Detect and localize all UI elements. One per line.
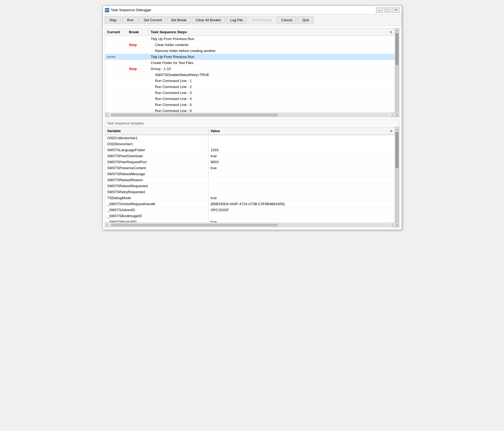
var-name: SMSTSRebootMessage <box>105 171 209 177</box>
cell-break <box>127 92 149 93</box>
cell-steps: Tidy Up From Previous Run <box>149 36 395 41</box>
hscroll-track[interactable] <box>111 113 389 117</box>
table-row: Run Command Line - 2 <box>105 84 395 90</box>
value-sort-icon: ∧ <box>390 129 393 133</box>
var-hscroll-track[interactable] <box>111 223 389 227</box>
sequence-vscrollbar[interactable]: ∧ ∨ <box>395 28 399 117</box>
var-value <box>209 174 395 175</box>
cell-steps: Clean folder contents <box>149 42 395 47</box>
variables-table-main: Variable Value ∧ OSDCollectionVar1 OSDDe… <box>105 127 395 227</box>
var-value <box>209 180 395 181</box>
clear-all-breaks-button[interactable]: Clear All Breaks <box>192 17 225 23</box>
table-row: Stop Clean folder contents <box>105 42 395 48</box>
var-name: _SMSTSAdvertID <box>105 207 209 213</box>
cell-steps: Group - 1-10 <box>149 66 395 71</box>
vscroll-down-arrow[interactable]: ∨ <box>395 113 399 117</box>
var-value <box>209 192 395 193</box>
sequence-table-wrapper: Current Break Task Sequence Steps ∧ Tidy… <box>105 28 399 117</box>
cell-break: Stop <box>127 66 149 71</box>
cell-steps: Run Command Line - 1 <box>149 78 395 83</box>
var-name: SMSTSPeerRequestPort <box>105 159 209 165</box>
sequence-table-body[interactable]: Tidy Up From Previous Run Stop Clean fol… <box>105 36 395 112</box>
hscroll-thumb <box>111 114 278 116</box>
var-name: TSDebugMode <box>105 195 209 201</box>
cell-break <box>127 98 149 99</box>
cmd-prompt-button[interactable]: Cmd Prompt <box>248 17 276 23</box>
hscroll-right-arrow[interactable]: › <box>390 113 395 117</box>
var-vscroll-up-arrow[interactable]: ∧ <box>395 127 399 132</box>
minimize-button[interactable]: — <box>376 7 383 13</box>
quit-button[interactable]: Quit <box>297 17 314 23</box>
var-value: true <box>209 195 395 201</box>
var-hscroll-left-arrow[interactable]: ‹ <box>105 223 109 227</box>
var-name: _SMSTSBootImageID <box>105 213 209 218</box>
var-vscroll-down-arrow[interactable]: ∨ <box>395 223 399 227</box>
cell-current <box>105 86 127 87</box>
var-value <box>209 216 395 217</box>
cell-current <box>105 80 127 81</box>
cell-current <box>105 62 127 63</box>
main-window: TS Task Sequence Debugger — □ ✕ Step Run… <box>102 5 402 230</box>
list-item: _SMSTSBootUEFI true <box>105 219 395 222</box>
maximize-button[interactable]: □ <box>384 7 391 13</box>
var-header-value: Value ∧ <box>209 128 395 133</box>
app-icon: TS <box>105 8 109 12</box>
vscroll-up-arrow[interactable]: ∧ <box>395 28 399 33</box>
cell-current: ==>> <box>105 54 127 59</box>
cell-break <box>127 86 149 87</box>
cell-steps: Run Command Line - 2 <box>149 84 395 89</box>
list-item: OSDCollectionVar1 <box>105 135 395 141</box>
variables-hscrollbar[interactable]: ‹ › <box>105 222 395 227</box>
sequence-panel: Current Break Task Sequence Steps ∧ Tidy… <box>105 28 399 117</box>
var-value: 8003 <box>209 159 395 165</box>
variables-table-body[interactable]: OSDCollectionVar1 OSDDeviceVar1 SMSTSLan… <box>105 135 395 222</box>
table-row: Stop Group - 1-10 <box>105 66 395 72</box>
var-name: OSDDeviceVar1 <box>105 141 209 147</box>
cell-steps: Run Command Line - 3 <box>149 90 395 95</box>
variables-panel: Task Sequence Variables Variable Value ∧ <box>105 120 399 227</box>
var-name: _SMSTSBootUEFI <box>105 219 209 222</box>
var-name: SMSTSPeerDownload <box>105 153 209 159</box>
cell-break <box>127 62 149 63</box>
set-current-button[interactable]: Set Current <box>140 17 166 23</box>
list-item: SMSTSPeerRequestPort 8003 <box>105 159 395 165</box>
var-name: SMSTSRetryRequested <box>105 189 209 195</box>
cell-current <box>105 92 127 93</box>
variables-col-headers: Variable Value ∧ <box>105 127 395 135</box>
cell-break <box>127 104 149 105</box>
var-value: {86B345D4-A04F-4724-A73B-C2F8B4B81605} <box>209 201 395 207</box>
table-row: Tidy Up From Previous Run <box>105 36 395 42</box>
var-value <box>209 144 395 145</box>
title-bar-left: TS Task Sequence Debugger <box>105 8 152 12</box>
list-item: SMSTSPreserveContent true <box>105 165 395 171</box>
close-button[interactable]: ✕ <box>392 7 399 13</box>
vscroll-track[interactable] <box>395 33 399 113</box>
var-name: OSDCollectionVar1 <box>105 135 209 141</box>
table-row: Create Folder for Test Files <box>105 60 395 66</box>
var-value: OPC201DF <box>209 207 395 213</box>
set-break-button[interactable]: Set Break <box>167 17 191 23</box>
cell-break <box>127 50 149 51</box>
steps-sort-icon: ∧ <box>390 30 392 34</box>
cancel-button[interactable]: Cancel <box>277 17 296 23</box>
list-item: OSDDeviceVar1 <box>105 141 395 147</box>
table-row: Run Command Line - 3 <box>105 90 395 96</box>
list-item: _SMSTSActiveRequestHandle {86B345D4-A04F… <box>105 201 395 207</box>
title-bar: TS Task Sequence Debugger — □ ✕ <box>103 6 402 14</box>
run-button[interactable]: Run <box>122 17 139 23</box>
list-item: _SMSTSAdvertID OPC201DF <box>105 207 395 213</box>
variables-vscrollbar[interactable]: ∧ ∨ <box>395 127 399 227</box>
log-file-button[interactable]: Log File <box>226 17 247 23</box>
cell-break <box>127 38 149 40</box>
var-hscroll-right-arrow[interactable]: › <box>390 223 395 227</box>
list-item: SMSTSPeerDownload true <box>105 153 395 159</box>
cell-current <box>105 68 127 69</box>
cell-current <box>105 44 127 45</box>
col-header-current: Current <box>105 29 127 35</box>
cell-steps: Create Folder for Test Files <box>149 60 395 65</box>
hscroll-left-arrow[interactable]: ‹ <box>105 113 109 117</box>
sequence-hscrollbar[interactable]: ‹ › <box>105 112 395 117</box>
var-vscroll-track[interactable] <box>395 132 399 223</box>
step-button[interactable]: Step <box>105 17 121 23</box>
list-item: SMSTSRebootReason <box>105 177 395 183</box>
